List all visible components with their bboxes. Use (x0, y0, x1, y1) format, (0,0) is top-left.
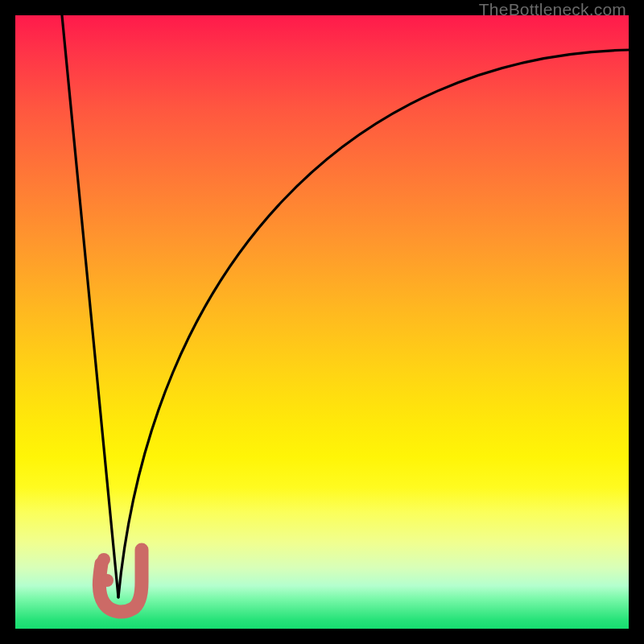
curve-overlay (15, 15, 629, 629)
knot-dot-upper (97, 553, 110, 566)
knot-dot-lower (101, 574, 114, 587)
watermark-text: TheBottleneck.com (479, 0, 626, 19)
plot-area (15, 15, 629, 629)
bottleneck-left-line (62, 15, 118, 597)
bottleneck-right-curve (118, 50, 629, 597)
